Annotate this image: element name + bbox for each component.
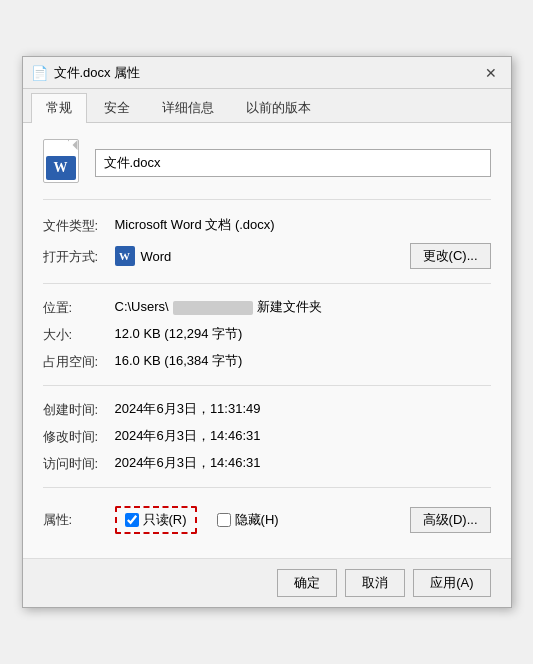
created-label: 创建时间: (43, 400, 115, 419)
created-value: 2024年6月3日，11:31:49 (115, 400, 491, 418)
window-title-icon: 📄 (31, 65, 48, 81)
ok-button[interactable]: 确定 (277, 569, 337, 597)
type-section: 文件类型: Microsoft Word 文档 (.docx) 打开方式: W … (43, 212, 491, 284)
attributes-label: 属性: (43, 511, 115, 529)
file-icon: W (43, 139, 83, 187)
open-label: 打开方式: (43, 247, 115, 266)
modified-label: 修改时间: (43, 427, 115, 446)
tab-bar: 常规 安全 详细信息 以前的版本 (23, 89, 511, 123)
hidden-checkbox-item: 隐藏(H) (217, 511, 279, 529)
title-bar: 📄 文件.docx 属性 ✕ (23, 57, 511, 89)
window-title: 文件.docx 属性 (54, 64, 141, 82)
disk-label: 占用空间: (43, 352, 115, 371)
close-button[interactable]: ✕ (479, 61, 503, 85)
location-suffix: 新建文件夹 (257, 299, 322, 314)
location-row: 位置: C:\Users\ 新建文件夹 (43, 294, 491, 321)
hidden-checkbox[interactable] (217, 513, 231, 527)
tab-content: W 文件类型: Microsoft Word 文档 (.docx) 打开方式: … (23, 123, 511, 558)
word-icon: W (46, 156, 76, 180)
readonly-label: 只读(R) (143, 511, 187, 529)
readonly-checkbox[interactable] (125, 513, 139, 527)
tab-details[interactable]: 详细信息 (147, 93, 229, 122)
size-label: 大小: (43, 325, 115, 344)
size-value: 12.0 KB (12,294 字节) (115, 325, 491, 343)
size-row: 大小: 12.0 KB (12,294 字节) (43, 321, 491, 348)
disk-value: 16.0 KB (16,384 字节) (115, 352, 491, 370)
tab-general[interactable]: 常规 (31, 93, 87, 123)
title-bar-left: 📄 文件.docx 属性 (31, 64, 141, 82)
created-row: 创建时间: 2024年6月3日，11:31:49 (43, 396, 491, 423)
disk-row: 占用空间: 16.0 KB (16,384 字节) (43, 348, 491, 375)
location-label: 位置: (43, 298, 115, 317)
filename-input[interactable] (95, 149, 491, 177)
open-app-name: Word (141, 249, 172, 264)
accessed-row: 访问时间: 2024年6月3日，14:46:31 (43, 450, 491, 477)
location-blurred (173, 301, 253, 315)
properties-window: 📄 文件.docx 属性 ✕ 常规 安全 详细信息 以前的版本 W 文件 (22, 56, 512, 608)
type-row: 文件类型: Microsoft Word 文档 (.docx) (43, 212, 491, 239)
advanced-button[interactable]: 高级(D)... (410, 507, 491, 533)
accessed-label: 访问时间: (43, 454, 115, 473)
accessed-value: 2024年6月3日，14:46:31 (115, 454, 491, 472)
change-button[interactable]: 更改(C)... (410, 243, 491, 269)
type-label: 文件类型: (43, 216, 115, 235)
size-section: 位置: C:\Users\ 新建文件夹 大小: 12.0 KB (12,294 … (43, 294, 491, 386)
cancel-button[interactable]: 取消 (345, 569, 405, 597)
apply-button[interactable]: 应用(A) (413, 569, 490, 597)
attributes-row: 属性: 只读(R) 隐藏(H) 高级(D)... (43, 498, 491, 542)
timestamps-section: 创建时间: 2024年6月3日，11:31:49 修改时间: 2024年6月3日… (43, 396, 491, 488)
hidden-label: 隐藏(H) (235, 511, 279, 529)
location-prefix: C:\Users\ (115, 299, 169, 314)
tab-previous-versions[interactable]: 以前的版本 (231, 93, 326, 122)
readonly-checkbox-item: 只读(R) (115, 506, 197, 534)
tab-security[interactable]: 安全 (89, 93, 145, 122)
word-app-icon: W (115, 246, 135, 266)
file-header: W (43, 139, 491, 200)
modified-row: 修改时间: 2024年6月3日，14:46:31 (43, 423, 491, 450)
location-value: C:\Users\ 新建文件夹 (115, 298, 491, 316)
open-with-row: 打开方式: W Word 更改(C)... (43, 239, 491, 273)
footer: 确定 取消 应用(A) (23, 558, 511, 607)
type-value: Microsoft Word 文档 (.docx) (115, 216, 491, 234)
modified-value: 2024年6月3日，14:46:31 (115, 427, 491, 445)
